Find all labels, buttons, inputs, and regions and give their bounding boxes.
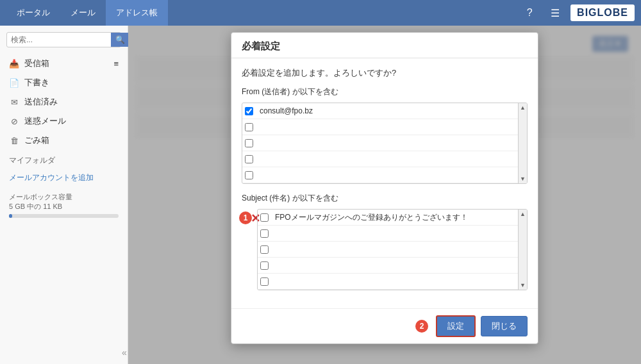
sidebar: 🔍 📥 受信箱 ≡ 📄 下書き ✉ 送信済み ⊘ 迷惑メール 🗑 ごみ箱 マイフ… [0,26,128,364]
from-scrollbar: ▲ ▼ [518,103,527,183]
modal-footer: 2 設定 閉じる [231,308,538,343]
content-area: 表示▼ 必着設定 必着設定を追加します。よろしいですか? From (送信者) … [128,26,641,364]
from-row-4 [242,151,527,167]
from-filter-rows: ▼ ▲ ▼ [242,103,528,184]
nav-address[interactable]: アドレス帳 [106,0,168,26]
from-row-1 [242,103,527,119]
subject-section-label: Subject (件名) が以下を含む [242,193,528,204]
search-button[interactable]: 🔍 [111,33,129,47]
sidebar-item-sent[interactable]: ✉ 送信済み [0,92,128,112]
subject-input-2[interactable] [272,228,524,239]
from-scroll-down[interactable]: ▼ [520,176,526,182]
from-row-5: ▼ [242,167,527,183]
subject-row-5: ▼ [258,274,527,290]
search-input[interactable] [7,33,111,47]
subject-checkbox-3[interactable] [260,245,269,254]
trash-label: ごみ箱 [24,135,119,146]
inbox-label: 受信箱 [24,58,108,69]
subject-input-4[interactable] [272,260,524,271]
subject-section: 1 ✕ [257,209,528,299]
nav-portal[interactable]: ポータル [6,0,60,26]
nav-mail[interactable]: メール [60,0,106,26]
modal-title: 必着設定 [242,40,528,53]
subject-checkbox-4[interactable] [260,261,269,270]
subject-scroll-down[interactable]: ▼ [520,282,526,288]
storage-label: メールボックス容量 [9,192,119,202]
from-checkbox-2[interactable] [245,123,253,131]
sidebar-item-draft[interactable]: 📄 下書き [0,73,128,92]
subject-checkbox-2[interactable] [260,229,269,238]
from-input-2[interactable] [257,121,524,133]
subject-row-2 [258,226,527,242]
modal-description: 必着設定を追加します。よろしいですか? [242,67,528,79]
from-checkbox-1[interactable] [245,107,253,115]
subject-row-4 [258,258,527,274]
spam-label: 迷惑メール [24,115,119,127]
from-input-1[interactable] [257,105,524,117]
close-button[interactable]: 閉じる [481,316,528,336]
collapse-sidebar-button[interactable]: « [122,347,127,358]
from-scroll-up[interactable]: ▲ [520,104,526,111]
sidebar-item-trash[interactable]: 🗑 ごみ箱 [0,131,128,150]
storage-fill [9,214,12,218]
subject-checkbox-5[interactable] [260,277,269,286]
storage-detail: 5 GB 中の 11 KB [9,202,119,211]
menu-icon[interactable]: ☰ [545,3,565,23]
set-button[interactable]: 設定 [436,315,476,337]
storage-bar [9,214,119,218]
draft-label: 下書き [24,77,119,88]
search-bar: 🔍 [6,32,121,47]
spam-icon: ⊘ [9,117,19,126]
from-input-4[interactable] [257,153,524,165]
subject-scroll-up[interactable]: ▲ [520,211,526,217]
modal-header: 必着設定 [231,33,538,58]
subject-input-5[interactable] [272,276,518,287]
subject-scrollbar: ▲ ▼ [518,210,527,290]
from-checkbox-3[interactable] [245,139,253,147]
inbox-menu-icon[interactable]: ≡ [113,59,119,69]
from-checkbox-4[interactable] [245,155,253,163]
sent-icon: ✉ [9,97,19,107]
subject-input-3[interactable] [272,244,524,255]
trash-icon: 🗑 [9,136,19,145]
modal-body: 必着設定を追加します。よろしいですか? From (送信者) が以下を含む [231,58,538,308]
sent-label: 送信済み [24,96,119,108]
biglobe-logo: BIGLOBE [570,4,635,21]
help-icon[interactable]: ? [519,3,540,23]
subject-filter-rows: ▼ ▲ ▼ [257,209,528,290]
modal-overlay: 必着設定 必着設定を追加します。よろしいですか? From (送信者) が以下を… [128,26,641,364]
subject-checkbox-1[interactable] [260,213,269,222]
sidebar-item-spam[interactable]: ⊘ 迷惑メール [0,112,128,131]
modal: 必着設定 必着設定を追加します。よろしいですか? From (送信者) が以下を… [231,32,538,344]
from-section-label: From (送信者) が以下を含む [242,87,528,97]
add-account-link[interactable]: メールアカウントを追加 [0,169,128,187]
from-input-3[interactable] [257,137,524,149]
sidebar-item-inbox[interactable]: 📥 受信箱 ≡ [0,54,128,73]
from-row-2 [242,119,527,135]
badge-1: 1 [239,211,252,224]
subject-input-1[interactable] [272,211,524,223]
from-input-5[interactable] [257,169,518,181]
myfolder-label: マイフォルダ [0,150,128,169]
storage-footer: メールボックス容量 5 GB 中の 11 KB [0,187,128,223]
inbox-icon: 📥 [9,59,19,69]
from-checkbox-5[interactable] [245,171,253,179]
subject-row-3 [258,242,527,258]
from-row-3 [242,135,527,151]
draft-icon: 📄 [9,78,19,88]
navbar: ポータル メール アドレス帳 ? ☰ BIGLOBE [0,0,641,26]
badge-2: 2 [415,320,428,333]
subject-row-1 [258,210,527,226]
